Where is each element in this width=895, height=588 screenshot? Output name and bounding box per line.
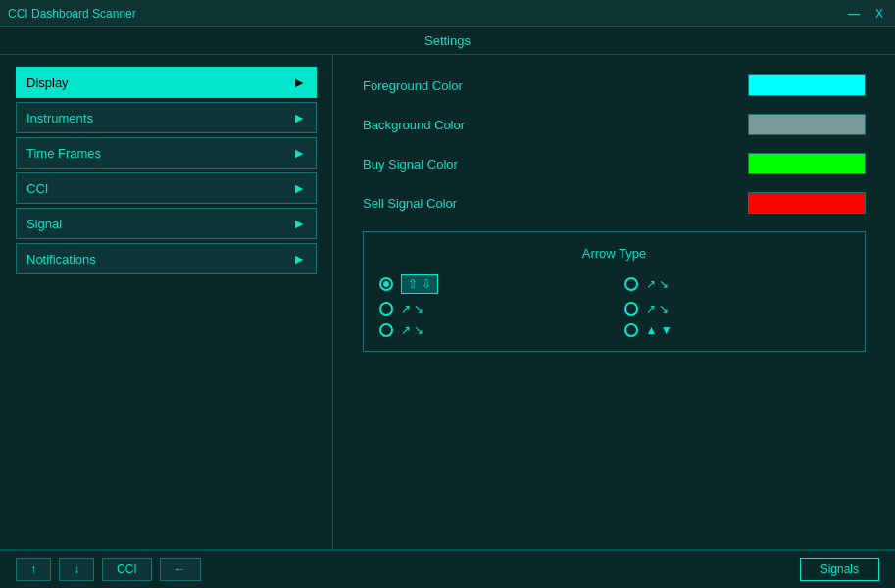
arrow-chars-5: ↗ ↘ <box>646 302 669 316</box>
arrow-chars-2: ↗ ↘ <box>401 302 423 316</box>
settings-bar: Settings <box>0 27 895 55</box>
radio-2[interactable] <box>379 302 393 316</box>
chevron-right-icon: ► <box>292 110 306 125</box>
arrow-chars-4: ↗ ↘ <box>646 277 669 291</box>
radio-4[interactable] <box>624 277 638 291</box>
buy-signal-color-label: Buy Signal Color <box>363 157 748 172</box>
down-button[interactable]: ↓ <box>59 558 94 581</box>
background-color-swatch[interactable] <box>748 114 866 135</box>
settings-title: Settings <box>424 33 471 48</box>
arrow-btn-group[interactable]: ⇧ ⇩ <box>401 274 438 294</box>
close-button[interactable]: X <box>871 7 887 21</box>
arrow-option-4[interactable]: ↗ ↘ <box>624 274 850 294</box>
sidebar-item-signal-label: Signal <box>26 217 62 231</box>
sidebar-item-instruments[interactable]: Instruments ► <box>16 102 317 133</box>
chevron-right-icon: ► <box>292 145 306 161</box>
up-arrow-icon: ⇧ <box>408 277 418 291</box>
sidebar-item-instruments-label: Instruments <box>26 111 93 125</box>
down-arrow-icon: ⇩ <box>422 277 431 291</box>
radio-6[interactable] <box>624 323 638 337</box>
arrow-type-section: Arrow Type ⇧ ⇩ ↗ ↘ <box>363 231 866 352</box>
content-area: Foreground Color Background Color Buy Si… <box>333 55 895 549</box>
minimize-button[interactable]: — <box>844 7 864 21</box>
arrow-option-6[interactable]: ▲ ▼ <box>624 323 850 337</box>
sidebar-item-cci-label: CCI <box>26 181 48 196</box>
arrow-option-1[interactable]: ⇧ ⇩ <box>379 274 605 294</box>
radio-3[interactable] <box>379 323 393 337</box>
arrow-option-3[interactable]: ↗ ↘ <box>379 323 605 337</box>
sidebar-item-display[interactable]: Display ► <box>16 67 317 98</box>
chevron-right-icon: ► <box>292 216 306 231</box>
foreground-color-row: Foreground Color <box>363 74 866 96</box>
signals-button[interactable]: Signals <box>800 558 879 581</box>
radio-1[interactable] <box>379 277 393 291</box>
sidebar-item-time-frames-label: Time Frames <box>26 146 101 161</box>
title-bar: CCI Dashboard Scanner — X <box>0 0 895 27</box>
background-color-row: Background Color <box>363 114 866 135</box>
foreground-color-label: Foreground Color <box>363 78 748 93</box>
sidebar-item-notifications-label: Notifications <box>26 252 96 267</box>
sidebar-item-signal[interactable]: Signal ► <box>16 208 317 239</box>
sidebar-item-display-label: Display <box>26 75 69 90</box>
buy-signal-color-swatch[interactable] <box>748 153 866 174</box>
main-container: Display ► Instruments ► Time Frames ► CC… <box>0 55 895 549</box>
background-color-label: Background Color <box>363 118 748 132</box>
sell-signal-color-swatch[interactable] <box>748 192 866 214</box>
app-title: CCI Dashboard Scanner <box>8 7 136 21</box>
sell-signal-color-label: Sell Signal Color <box>363 196 748 211</box>
arrow-chars-6: ▲ ▼ <box>646 323 672 337</box>
arrow-option-2[interactable]: ↗ ↘ <box>379 302 605 316</box>
left-button[interactable]: ← <box>160 558 201 581</box>
arrow-chars-3: ↗ ↘ <box>401 323 423 337</box>
chevron-right-icon: ► <box>292 251 306 267</box>
sidebar-item-notifications[interactable]: Notifications ► <box>16 243 317 274</box>
sell-signal-color-row: Sell Signal Color <box>363 192 866 214</box>
arrow-option-5[interactable]: ↗ ↘ <box>624 302 850 316</box>
foreground-color-swatch[interactable] <box>748 74 866 96</box>
chevron-right-icon: ► <box>292 74 306 90</box>
sidebar-item-time-frames[interactable]: Time Frames ► <box>16 137 317 169</box>
sidebar: Display ► Instruments ► Time Frames ► CC… <box>0 55 333 549</box>
cci-button[interactable]: CCI <box>102 558 152 581</box>
chevron-right-icon: ► <box>292 180 306 196</box>
up-button[interactable]: ↑ <box>16 558 51 581</box>
window-controls: — X <box>844 7 887 21</box>
radio-5[interactable] <box>624 302 638 316</box>
bottom-bar: ↑ ↓ CCI ← Signals <box>0 549 895 588</box>
buy-signal-color-row: Buy Signal Color <box>363 153 866 174</box>
arrow-type-title: Arrow Type <box>379 246 849 261</box>
sidebar-item-cci[interactable]: CCI ► <box>16 172 317 204</box>
